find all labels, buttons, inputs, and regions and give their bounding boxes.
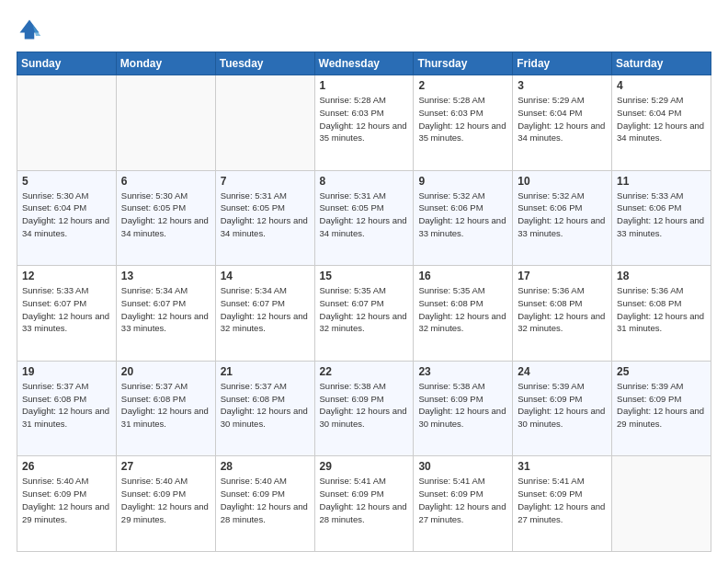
calendar-body: 1Sunrise: 5:28 AM Sunset: 6:03 PM Daylig… [17, 75, 711, 552]
calendar-week-row: 1Sunrise: 5:28 AM Sunset: 6:03 PM Daylig… [17, 75, 711, 171]
calendar-cell: 11Sunrise: 5:33 AM Sunset: 6:06 PM Dayli… [612, 170, 711, 266]
calendar-week-row: 12Sunrise: 5:33 AM Sunset: 6:07 PM Dayli… [17, 266, 711, 362]
calendar-cell: 3Sunrise: 5:29 AM Sunset: 6:04 PM Daylig… [513, 75, 612, 171]
calendar-cell: 10Sunrise: 5:32 AM Sunset: 6:06 PM Dayli… [513, 170, 612, 266]
day-info: Sunrise: 5:30 AM Sunset: 6:04 PM Dayligh… [22, 190, 111, 240]
day-info: Sunrise: 5:36 AM Sunset: 6:08 PM Dayligh… [617, 284, 706, 335]
calendar-cell: 5Sunrise: 5:30 AM Sunset: 6:04 PM Daylig… [17, 170, 117, 266]
day-number: 26 [22, 460, 111, 473]
weekday-header: Sunday [17, 52, 117, 75]
weekday-header: Thursday [414, 52, 513, 75]
day-number: 25 [617, 365, 706, 378]
day-info: Sunrise: 5:41 AM Sunset: 6:09 PM Dayligh… [518, 475, 607, 525]
calendar-cell [116, 75, 215, 171]
weekday-header: Saturday [612, 52, 711, 75]
day-number: 24 [518, 365, 607, 378]
calendar-cell: 8Sunrise: 5:31 AM Sunset: 6:05 PM Daylig… [314, 170, 414, 266]
logo-icon [17, 17, 42, 42]
day-number: 4 [617, 79, 706, 92]
day-info: Sunrise: 5:40 AM Sunset: 6:09 PM Dayligh… [22, 475, 111, 525]
day-number: 6 [121, 175, 210, 188]
day-info: Sunrise: 5:34 AM Sunset: 6:07 PM Dayligh… [221, 284, 310, 335]
svg-marker-0 [20, 20, 40, 40]
day-info: Sunrise: 5:37 AM Sunset: 6:08 PM Dayligh… [22, 380, 111, 431]
day-number: 16 [418, 270, 507, 282]
calendar-cell: 22Sunrise: 5:38 AM Sunset: 6:09 PM Dayli… [314, 361, 414, 456]
calendar-cell: 24Sunrise: 5:39 AM Sunset: 6:09 PM Dayli… [513, 361, 612, 456]
day-number: 18 [617, 270, 706, 282]
day-number: 17 [518, 270, 607, 282]
calendar-cell: 26Sunrise: 5:40 AM Sunset: 6:09 PM Dayli… [17, 456, 117, 552]
day-number: 29 [320, 460, 409, 473]
day-number: 12 [22, 270, 111, 282]
day-number: 11 [617, 175, 706, 188]
calendar-cell [17, 75, 117, 171]
calendar-cell: 2Sunrise: 5:28 AM Sunset: 6:03 PM Daylig… [414, 75, 513, 171]
day-number: 8 [320, 175, 409, 188]
day-number: 21 [221, 365, 310, 378]
day-info: Sunrise: 5:38 AM Sunset: 6:09 PM Dayligh… [320, 380, 409, 431]
calendar-table: SundayMondayTuesdayWednesdayThursdayFrid… [17, 52, 711, 552]
calendar-cell: 21Sunrise: 5:37 AM Sunset: 6:08 PM Dayli… [215, 361, 314, 456]
calendar-cell: 19Sunrise: 5:37 AM Sunset: 6:08 PM Dayli… [17, 361, 117, 456]
weekday-row: SundayMondayTuesdayWednesdayThursdayFrid… [17, 52, 711, 75]
day-number: 5 [22, 175, 111, 188]
calendar-cell: 16Sunrise: 5:35 AM Sunset: 6:08 PM Dayli… [414, 266, 513, 362]
day-info: Sunrise: 5:28 AM Sunset: 6:03 PM Dayligh… [320, 94, 409, 144]
day-number: 3 [518, 79, 607, 92]
calendar-cell: 20Sunrise: 5:37 AM Sunset: 6:08 PM Dayli… [116, 361, 215, 456]
day-info: Sunrise: 5:39 AM Sunset: 6:09 PM Dayligh… [518, 380, 607, 431]
weekday-header: Monday [116, 52, 215, 75]
calendar-week-row: 26Sunrise: 5:40 AM Sunset: 6:09 PM Dayli… [17, 456, 711, 552]
day-info: Sunrise: 5:30 AM Sunset: 6:05 PM Dayligh… [121, 190, 210, 240]
day-number: 1 [320, 79, 409, 92]
calendar-cell [612, 456, 711, 552]
weekday-header: Friday [513, 52, 612, 75]
calendar-cell: 30Sunrise: 5:41 AM Sunset: 6:09 PM Dayli… [414, 456, 513, 552]
day-info: Sunrise: 5:41 AM Sunset: 6:09 PM Dayligh… [418, 475, 507, 525]
calendar-week-row: 5Sunrise: 5:30 AM Sunset: 6:04 PM Daylig… [17, 170, 711, 266]
day-number: 20 [121, 365, 210, 378]
day-number: 23 [418, 365, 507, 378]
day-info: Sunrise: 5:32 AM Sunset: 6:06 PM Dayligh… [518, 190, 607, 240]
calendar-cell: 29Sunrise: 5:41 AM Sunset: 6:09 PM Dayli… [314, 456, 414, 552]
calendar-cell: 25Sunrise: 5:39 AM Sunset: 6:09 PM Dayli… [612, 361, 711, 456]
day-number: 9 [418, 175, 507, 188]
logo [17, 17, 48, 42]
day-number: 13 [121, 270, 210, 282]
calendar-cell: 15Sunrise: 5:35 AM Sunset: 6:07 PM Dayli… [314, 266, 414, 362]
calendar-cell: 6Sunrise: 5:30 AM Sunset: 6:05 PM Daylig… [116, 170, 215, 266]
day-info: Sunrise: 5:32 AM Sunset: 6:06 PM Dayligh… [418, 190, 507, 240]
calendar-cell: 9Sunrise: 5:32 AM Sunset: 6:06 PM Daylig… [414, 170, 513, 266]
day-number: 19 [22, 365, 111, 378]
calendar-cell: 13Sunrise: 5:34 AM Sunset: 6:07 PM Dayli… [116, 266, 215, 362]
day-info: Sunrise: 5:38 AM Sunset: 6:09 PM Dayligh… [418, 380, 507, 431]
calendar-cell: 14Sunrise: 5:34 AM Sunset: 6:07 PM Dayli… [215, 266, 314, 362]
day-info: Sunrise: 5:36 AM Sunset: 6:08 PM Dayligh… [518, 284, 607, 335]
calendar-cell: 27Sunrise: 5:40 AM Sunset: 6:09 PM Dayli… [116, 456, 215, 552]
day-number: 27 [121, 460, 210, 473]
calendar-cell: 12Sunrise: 5:33 AM Sunset: 6:07 PM Dayli… [17, 266, 117, 362]
weekday-header: Tuesday [215, 52, 314, 75]
day-number: 31 [518, 460, 607, 473]
calendar-cell: 7Sunrise: 5:31 AM Sunset: 6:05 PM Daylig… [215, 170, 314, 266]
day-info: Sunrise: 5:40 AM Sunset: 6:09 PM Dayligh… [121, 475, 210, 525]
day-info: Sunrise: 5:35 AM Sunset: 6:08 PM Dayligh… [418, 284, 507, 335]
calendar-cell: 28Sunrise: 5:40 AM Sunset: 6:09 PM Dayli… [215, 456, 314, 552]
header [17, 17, 711, 42]
day-number: 15 [320, 270, 409, 282]
day-number: 7 [221, 175, 310, 188]
day-info: Sunrise: 5:41 AM Sunset: 6:09 PM Dayligh… [320, 475, 409, 525]
calendar-cell: 17Sunrise: 5:36 AM Sunset: 6:08 PM Dayli… [513, 266, 612, 362]
day-info: Sunrise: 5:33 AM Sunset: 6:06 PM Dayligh… [617, 190, 706, 240]
day-info: Sunrise: 5:37 AM Sunset: 6:08 PM Dayligh… [121, 380, 210, 431]
calendar-cell: 18Sunrise: 5:36 AM Sunset: 6:08 PM Dayli… [612, 266, 711, 362]
calendar-header: SundayMondayTuesdayWednesdayThursdayFrid… [17, 52, 711, 75]
day-info: Sunrise: 5:34 AM Sunset: 6:07 PM Dayligh… [121, 284, 210, 335]
day-info: Sunrise: 5:37 AM Sunset: 6:08 PM Dayligh… [221, 380, 310, 431]
day-info: Sunrise: 5:29 AM Sunset: 6:04 PM Dayligh… [617, 94, 706, 144]
calendar-cell: 4Sunrise: 5:29 AM Sunset: 6:04 PM Daylig… [612, 75, 711, 171]
day-info: Sunrise: 5:35 AM Sunset: 6:07 PM Dayligh… [320, 284, 409, 335]
day-info: Sunrise: 5:33 AM Sunset: 6:07 PM Dayligh… [22, 284, 111, 335]
day-number: 10 [518, 175, 607, 188]
